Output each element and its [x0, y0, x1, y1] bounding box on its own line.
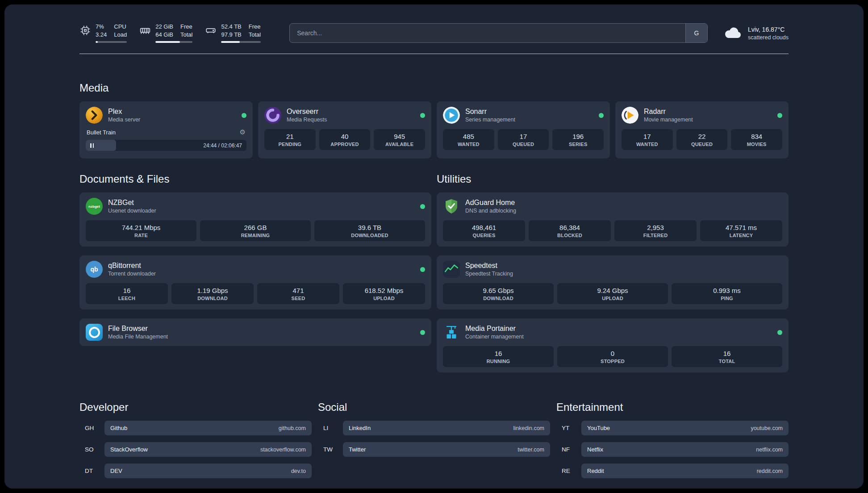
stat-label: PENDING: [266, 142, 314, 147]
status-dot: [420, 204, 425, 209]
documents-heading: Documents & Files: [79, 173, 431, 185]
cpu-progress: [96, 41, 127, 43]
app-subtitle: Media server: [108, 117, 140, 123]
app-card-overseerr[interactable]: Overseerr Media Requests 21 PENDING 40 A…: [258, 101, 431, 159]
stat-label: WANTED: [445, 142, 492, 147]
stat-label: LATENCY: [702, 233, 780, 238]
stat-filtered: 2,953 FILTERED: [614, 220, 697, 241]
sonarr-icon: [443, 107, 460, 124]
plex-now-playing: Bullet Train ⚙ 24:44 / 02:06:47: [86, 128, 246, 151]
app-title: qBittorrent: [108, 262, 156, 270]
app-card-nzbget[interactable]: nzbget NZBGet Usenet downloader 744.21 M…: [79, 192, 431, 246]
memory-total: 64 GiB: [155, 31, 173, 39]
app-title: NZBGet: [108, 199, 156, 207]
app-card-portainer[interactable]: Media Portainer Container management 16 …: [437, 318, 789, 372]
stat-label: LEECH: [88, 296, 166, 301]
bookmark-twitter[interactable]: TW Twitter twitter.com: [318, 442, 550, 457]
speedtest-icon: [443, 261, 460, 278]
app-card-speedtest[interactable]: Speedtest Speedtest Tracking 9.65 Gbps D…: [437, 255, 789, 309]
status-dot: [420, 267, 425, 272]
stat-stopped: 0 STOPPED: [557, 346, 668, 367]
bookmark-stackoverflow[interactable]: SO StackOverflow stackoverflow.com: [79, 442, 312, 457]
stat-blocked: 86,384 BLOCKED: [529, 220, 611, 241]
app-card-adguard[interactable]: AdGuard Home DNS and adblocking 498,461 …: [437, 192, 789, 246]
adguard-icon: [443, 198, 460, 215]
status-dot: [777, 330, 782, 335]
stat-label: UPLOAD: [345, 296, 423, 301]
bookmark-url: twitter.com: [517, 447, 544, 453]
disk-total: 97.9 TB: [221, 31, 241, 39]
stat-value: 834: [733, 133, 780, 140]
weather-widget: Lviv, 16.87°C scattered clouds: [724, 25, 789, 41]
stat-label: DOWNLOAD: [445, 296, 552, 301]
cloud-icon: [724, 26, 743, 40]
status-dot: [777, 113, 782, 118]
disk-progress: [221, 41, 261, 43]
bookmark-youtube[interactable]: YT YouTube youtube.com: [556, 421, 789, 435]
app-title: Sonarr: [465, 108, 515, 116]
bookmark-abbr: DT: [85, 468, 104, 474]
stat-value: 266 GB: [202, 224, 309, 231]
playback-bar[interactable]: 24:44 / 02:06:47: [86, 140, 246, 151]
stat-value: 17: [500, 133, 547, 140]
developer-heading: Developer: [79, 401, 312, 414]
bookmark-reddit[interactable]: RE Reddit reddit.com: [556, 464, 789, 478]
app-card-sonarr[interactable]: Sonarr Series management 485 WANTED 17 Q…: [437, 101, 610, 159]
memory-free: 22 GiB: [155, 23, 173, 31]
app-title: Speedtest: [465, 262, 513, 270]
bookmark-url: dev.to: [291, 468, 306, 474]
pause-button[interactable]: [90, 143, 94, 148]
weather-condition: scattered clouds: [748, 34, 789, 41]
stat-value: 21: [266, 133, 314, 140]
bookmark-github[interactable]: GH Github github.com: [79, 421, 312, 435]
app-card-plex[interactable]: Plex Media server Bullet Train ⚙ 24:44 /…: [79, 101, 253, 159]
stat-upload: 9.24 Gbps UPLOAD: [557, 283, 668, 304]
stat-value: 16: [673, 350, 780, 357]
stat-available: 945 AVAILABLE: [374, 129, 425, 150]
bookmark-dev[interactable]: DT DEV dev.to: [79, 464, 312, 478]
stat-queued: 17 QUEUED: [498, 129, 549, 150]
cpu-widget: 7% CPU 3.24 Load: [79, 23, 127, 43]
section-developer: Developer GH Github github.com SO StackO…: [79, 401, 312, 485]
stat-wanted: 17 WANTED: [622, 129, 673, 150]
utilities-heading: Utilities: [437, 173, 789, 185]
bookmark-name: LinkedIn: [349, 425, 371, 431]
cpu-label-2: Load: [114, 31, 127, 39]
top-bar: 7% CPU 3.24 Load 22 GiB Free 64 GiB Tota…: [79, 23, 789, 43]
bookmark-abbr: TW: [323, 446, 343, 453]
app-card-radarr[interactable]: Radarr Movie management 17 WANTED 22 QUE…: [615, 101, 789, 159]
qbittorrent-icon: qb: [86, 261, 103, 278]
bookmark-url: netflix.com: [756, 447, 783, 453]
stat-label: DOWNLOAD: [173, 296, 252, 301]
app-card-filebrowser[interactable]: File Browser Media File Management: [79, 318, 431, 346]
disk-icon: [205, 25, 217, 36]
app-subtitle: Movie management: [644, 117, 693, 123]
section-media: Media Plex Media server: [79, 82, 789, 159]
stat-download: 9.65 Gbps DOWNLOAD: [443, 283, 554, 304]
portainer-icon: [443, 324, 460, 341]
stat-running: 16 RUNNING: [443, 346, 554, 367]
stat-value: 16: [88, 287, 166, 294]
search-input[interactable]: [290, 24, 685, 42]
bookmark-abbr: GH: [85, 425, 104, 431]
bookmark-url: youtube.com: [751, 425, 783, 431]
app-subtitle: Usenet downloader: [108, 208, 156, 214]
gear-icon[interactable]: ⚙: [240, 128, 246, 136]
bookmark-netflix[interactable]: NF Netflix netflix.com: [556, 442, 789, 457]
nzbget-icon: nzbget: [86, 198, 103, 215]
stat-value: 47.571 ms: [702, 224, 780, 231]
stat-pending: 21 PENDING: [264, 129, 316, 150]
app-card-qbittorrent[interactable]: qb qBittorrent Torrent downloader 16 LEE…: [79, 255, 431, 309]
stat-label: WANTED: [623, 142, 671, 147]
app-title: AdGuard Home: [465, 199, 516, 207]
stat-value: 485: [445, 133, 492, 140]
social-heading: Social: [318, 401, 550, 414]
stat-upload: 618.52 Mbps UPLOAD: [343, 283, 425, 304]
stat-value: 0: [559, 350, 666, 357]
bookmark-url: github.com: [279, 425, 306, 431]
app-subtitle: Speedtest Tracking: [465, 271, 513, 277]
status-dot: [599, 113, 604, 118]
bookmark-linkedin[interactable]: LI LinkedIn linkedin.com: [318, 421, 550, 435]
playback-time: 24:44 / 02:06:47: [203, 142, 242, 149]
search-provider-button[interactable]: G: [685, 24, 707, 42]
